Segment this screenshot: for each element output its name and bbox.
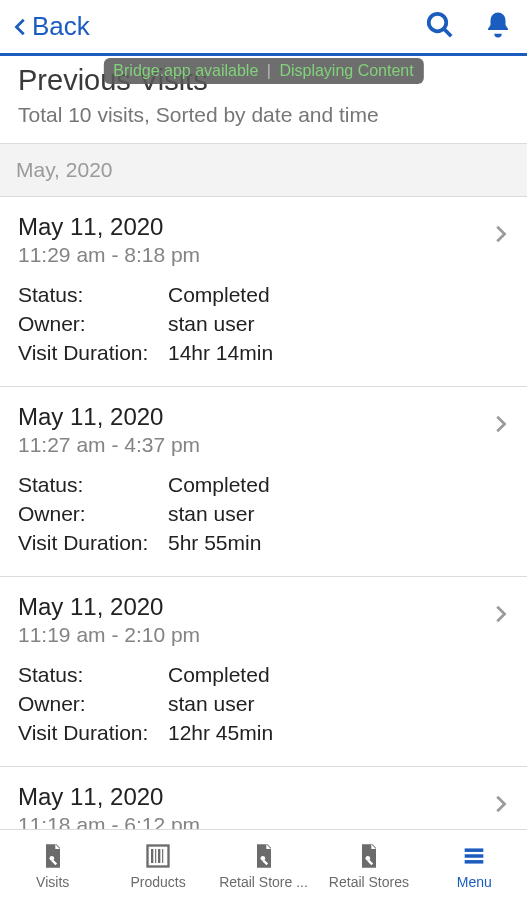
svg-line-1 xyxy=(444,28,452,36)
chevron-right-icon xyxy=(489,793,511,819)
content-scroll[interactable]: Previous Visits Total 10 visits, Sorted … xyxy=(0,56,527,829)
visit-date: May 11, 2020 xyxy=(18,213,509,241)
tab-products[interactable]: Products xyxy=(105,830,210,901)
visit-row[interactable]: May 11, 2020 11:29 am - 8:18 pm Status:C… xyxy=(0,197,527,387)
tab-retail-stores[interactable]: Retail Stores xyxy=(316,830,421,901)
status-value: Completed xyxy=(168,661,270,690)
visit-details: Status:Completed Owner:stan user Visit D… xyxy=(18,661,509,748)
visit-date: May 11, 2020 xyxy=(18,403,509,431)
search-icon xyxy=(425,10,455,40)
toast-text-2: Displaying Content xyxy=(279,62,413,79)
duration-value: 12hr 45min xyxy=(168,719,273,748)
search-button[interactable] xyxy=(425,10,455,44)
page-subtitle: Total 10 visits, Sorted by date and time xyxy=(18,103,509,127)
visit-time: 11:19 am - 2:10 pm xyxy=(18,623,509,647)
document-wrench-icon xyxy=(39,842,67,870)
visit-row[interactable]: May 11, 2020 11:27 am - 4:37 pm Status:C… xyxy=(0,387,527,577)
toast-text-1: Bridge.app available xyxy=(113,62,258,79)
tab-bar: Visits Products Retail Store ... Retail … xyxy=(0,829,527,901)
top-nav: Back xyxy=(0,0,527,56)
section-header: May, 2020 xyxy=(0,144,527,197)
status-label: Status: xyxy=(18,471,168,500)
bell-icon xyxy=(483,10,513,40)
owner-label: Owner: xyxy=(18,690,168,719)
svg-point-0 xyxy=(429,13,447,31)
visit-time: 11:18 am - 6:12 pm xyxy=(18,813,509,829)
toast-separator: | xyxy=(267,62,271,79)
duration-label: Visit Duration: xyxy=(18,529,168,558)
chevron-right-icon xyxy=(489,223,511,249)
tab-label: Products xyxy=(130,874,185,890)
visit-details: Status:Completed Owner:stan user Visit D… xyxy=(18,281,509,368)
chevron-left-icon xyxy=(10,13,32,41)
tab-label: Retail Store ... xyxy=(219,874,308,890)
owner-label: Owner: xyxy=(18,310,168,339)
visit-time: 11:29 am - 8:18 pm xyxy=(18,243,509,267)
status-value: Completed xyxy=(168,281,270,310)
duration-label: Visit Duration: xyxy=(18,719,168,748)
status-toast: Bridge.app available | Displaying Conten… xyxy=(103,58,423,84)
document-wrench-icon xyxy=(355,842,383,870)
owner-value: stan user xyxy=(168,500,254,529)
chevron-right-icon xyxy=(489,413,511,439)
owner-value: stan user xyxy=(168,690,254,719)
owner-label: Owner: xyxy=(18,500,168,529)
notifications-button[interactable] xyxy=(483,10,513,44)
visit-date: May 11, 2020 xyxy=(18,593,509,621)
tab-retail-store[interactable]: Retail Store ... xyxy=(211,830,316,901)
duration-value: 14hr 14min xyxy=(168,339,273,368)
tab-label: Visits xyxy=(36,874,69,890)
document-wrench-icon xyxy=(250,842,278,870)
chevron-right-icon xyxy=(489,603,511,629)
owner-value: stan user xyxy=(168,310,254,339)
tab-menu[interactable]: Menu xyxy=(422,830,527,901)
menu-icon xyxy=(460,842,488,870)
visit-row[interactable]: May 11, 2020 11:19 am - 2:10 pm Status:C… xyxy=(0,577,527,767)
tab-label: Menu xyxy=(457,874,492,890)
barcode-icon xyxy=(144,842,172,870)
visit-time: 11:27 am - 4:37 pm xyxy=(18,433,509,457)
visit-details: Status:Completed Owner:stan user Visit D… xyxy=(18,471,509,558)
tab-label: Retail Stores xyxy=(329,874,409,890)
duration-value: 5hr 55min xyxy=(168,529,261,558)
status-value: Completed xyxy=(168,471,270,500)
visit-row[interactable]: May 11, 2020 11:18 am - 6:12 pm xyxy=(0,767,527,829)
visit-date: May 11, 2020 xyxy=(18,783,509,811)
status-label: Status: xyxy=(18,281,168,310)
top-right-actions xyxy=(425,10,513,44)
back-label: Back xyxy=(32,11,90,42)
back-button[interactable]: Back xyxy=(10,11,90,42)
duration-label: Visit Duration: xyxy=(18,339,168,368)
tab-visits[interactable]: Visits xyxy=(0,830,105,901)
status-label: Status: xyxy=(18,661,168,690)
